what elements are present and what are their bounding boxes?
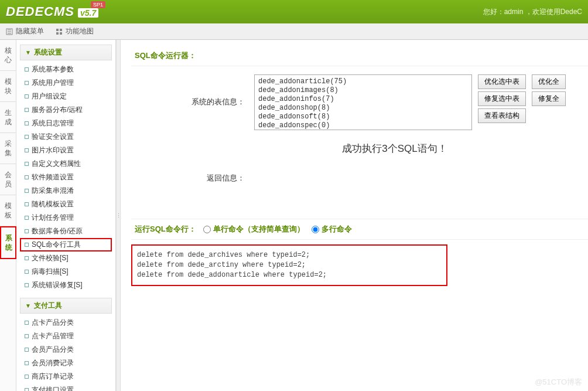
chevron-down-icon: ▼	[25, 302, 31, 309]
watermark: @51CTO博客	[535, 377, 582, 387]
multi-line-label: 多行命令	[322, 224, 352, 234]
sql-textarea[interactable]: delete from dede_archives where typeid=2…	[131, 244, 447, 286]
sidebar-item[interactable]: 图片水印设置	[20, 144, 112, 157]
sidebar-list-pay: 点卡产品分类 点卡产品管理 会员产品分类 会员消费记录 商店订单记录 支付接口设…	[20, 316, 112, 391]
sql-header-label: 运行SQL命令行：	[135, 224, 196, 234]
table-row[interactable]: dede_addonsoft(8)	[258, 113, 468, 121]
header: DEDECMS v5.7 SP1 您好：admin ，欢迎使用DedeC	[0, 0, 588, 23]
repair-all-button[interactable]: 修复全	[532, 91, 566, 106]
sidebar-resizer[interactable]: ⋮	[116, 40, 121, 391]
sidebar-item[interactable]: 支付接口设置	[20, 383, 112, 391]
optimize-selected-button[interactable]: 优化选中表	[478, 74, 526, 89]
sql-line: delete from dede_addonarticle where type…	[137, 270, 442, 280]
svg-rect-4	[60, 32, 62, 35]
hide-menu-button[interactable]: 隐藏菜单	[6, 26, 44, 36]
sitemap-icon	[56, 28, 63, 35]
sidebar-item[interactable]: 病毒扫描[S]	[20, 265, 112, 278]
sidebar-item[interactable]: 系统用户管理	[20, 76, 112, 90]
sitemap-label: 功能地图	[66, 26, 94, 36]
toolbar: 隐藏菜单 功能地图	[0, 23, 588, 40]
sidebar-group-system[interactable]: ▼ 系统设置	[20, 45, 112, 60]
table-row[interactable]: dede_addoninfos(7)	[258, 95, 468, 104]
vtab-template[interactable]: 模板	[0, 195, 16, 226]
logo-version: v5.7	[78, 8, 98, 18]
vtab-generate[interactable]: 生成	[0, 102, 16, 133]
multi-line-radio-input[interactable]	[312, 226, 319, 233]
vertical-tabs: 核心 模块 生成 采集 会员 模板 系统	[0, 40, 16, 391]
sidebar: ▼ 系统设置 系统基本参数 系统用户管理 用户组设定 服务器分布/远程 系统日志…	[16, 40, 116, 391]
sidebar-item[interactable]: 点卡产品分类	[20, 316, 112, 329]
sidebar-item[interactable]: 会员消费记录	[20, 356, 112, 370]
sidebar-item-sql[interactable]: SQL命令行工具	[20, 238, 112, 251]
group-title: 支付工具	[34, 301, 62, 311]
page-title: SQL命令运行器：	[131, 50, 588, 66]
sidebar-item[interactable]: 点卡产品管理	[20, 329, 112, 343]
table-row[interactable]: dede_addonshop(8)	[258, 104, 468, 113]
view-structure-button[interactable]: 查看表结构	[478, 108, 526, 123]
sidebar-item[interactable]: 用户组设定	[20, 90, 112, 103]
sidebar-item[interactable]: 随机模板设置	[20, 198, 112, 211]
table-info-label: 系统的表信息：	[131, 74, 254, 130]
sidebar-group-pay[interactable]: ▼ 支付工具	[20, 298, 112, 314]
chevron-down-icon: ▼	[25, 49, 31, 56]
logo-text: DEDECMS	[6, 4, 74, 19]
success-message: 成功执行3个SQL语句！	[131, 142, 588, 155]
vtab-core[interactable]: 核心	[0, 40, 16, 71]
optimize-all-button[interactable]: 优化全	[532, 74, 566, 89]
sidebar-item[interactable]: 文件校验[S]	[20, 251, 112, 265]
sidebar-item[interactable]: 自定义文档属性	[20, 157, 112, 171]
sidebar-item[interactable]: 防采集串混淆	[20, 184, 112, 198]
return-label: 返回信息：	[131, 173, 254, 183]
sql-line: delete from dede_arctiny where typeid=2;	[137, 260, 442, 270]
vtab-system[interactable]: 系统	[0, 226, 16, 259]
sidebar-item[interactable]: 计划任务管理	[20, 211, 112, 225]
hide-menu-label: 隐藏菜单	[16, 26, 44, 36]
svg-rect-3	[56, 32, 59, 35]
vtab-member[interactable]: 会员	[0, 164, 16, 195]
welcome-text: 您好：admin ，欢迎使用DedeC	[483, 7, 582, 17]
sidebar-item[interactable]: 数据库备份/还原	[20, 225, 112, 238]
sidebar-item[interactable]: 软件频道设置	[20, 171, 112, 184]
logo: DEDECMS v5.7	[6, 4, 98, 19]
svg-rect-1	[56, 29, 59, 31]
single-line-label: 单行命令（支持简单查询）	[213, 224, 305, 234]
sidebar-item[interactable]: 商店订单记录	[20, 370, 112, 383]
table-row[interactable]: dede_addonspec(0)	[258, 121, 468, 130]
group-title: 系统设置	[34, 47, 62, 57]
sitemap-button[interactable]: 功能地图	[56, 26, 94, 36]
single-line-radio[interactable]: 单行命令（支持简单查询）	[203, 224, 305, 234]
table-row[interactable]: dede_addonimages(8)	[258, 86, 468, 95]
sidebar-item[interactable]: 验证安全设置	[20, 130, 112, 144]
svg-rect-2	[60, 29, 62, 31]
sidebar-item[interactable]: 系统错误修复[S]	[20, 278, 112, 292]
multi-line-radio[interactable]: 多行命令	[312, 224, 352, 234]
main-panel: SQL命令运行器： 系统的表信息： dede_addonarticle(75) …	[121, 40, 588, 391]
single-line-radio-input[interactable]	[203, 226, 211, 233]
sidebar-list-system: 系统基本参数 系统用户管理 用户组设定 服务器分布/远程 系统日志管理 验证安全…	[20, 63, 112, 292]
logo-sp-badge: SP1	[91, 1, 105, 8]
sql-command-header: 运行SQL命令行： 单行命令（支持简单查询） 多行命令	[131, 219, 588, 240]
collapse-icon	[6, 28, 13, 35]
sidebar-item[interactable]: 服务器分布/远程	[20, 103, 112, 117]
repair-selected-button[interactable]: 修复选中表	[478, 91, 526, 106]
vtab-module[interactable]: 模块	[0, 71, 16, 102]
sql-line: delete from dede_archives where typeid=2…	[137, 250, 442, 260]
sidebar-item[interactable]: 系统日志管理	[20, 117, 112, 130]
table-listbox[interactable]: dede_addonarticle(75) dede_addonimages(8…	[254, 74, 472, 130]
sidebar-item[interactable]: 系统基本参数	[20, 63, 112, 76]
table-row[interactable]: dede_addonarticle(75)	[258, 77, 468, 86]
vtab-collect[interactable]: 采集	[0, 133, 16, 164]
sidebar-item[interactable]: 会员产品分类	[20, 343, 112, 356]
